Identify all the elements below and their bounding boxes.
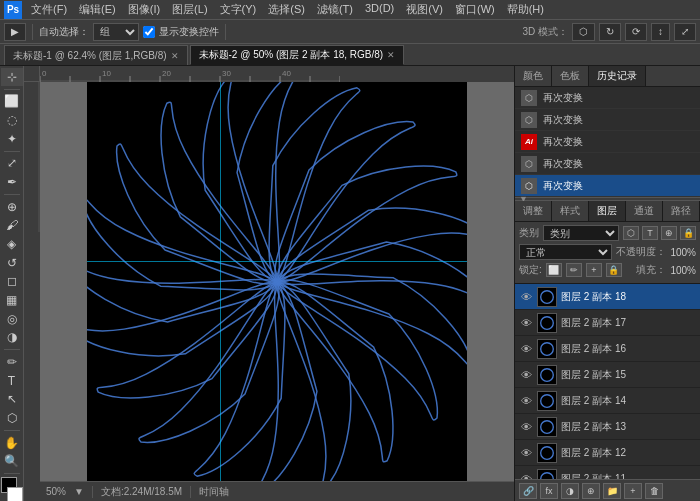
tool-zoom[interactable]: 🔍 bbox=[1, 452, 23, 470]
menu-filter[interactable]: 滤镜(T) bbox=[312, 1, 358, 18]
show-transform-checkbox[interactable] bbox=[143, 26, 155, 38]
tool-path-select[interactable]: ↖ bbox=[1, 391, 23, 409]
3d-btn4[interactable]: ↕ bbox=[651, 23, 670, 41]
layer-eye-7[interactable]: 👁 bbox=[519, 472, 533, 480]
layer-tab-adjust[interactable]: 调整 bbox=[515, 201, 552, 221]
layer-tab-style[interactable]: 样式 bbox=[552, 201, 589, 221]
tool-clone[interactable]: ◈ bbox=[1, 235, 23, 253]
svg-rect-28 bbox=[24, 82, 40, 232]
tool-dodge[interactable]: ◑ bbox=[1, 329, 23, 347]
layer-eye-6[interactable]: 👁 bbox=[519, 446, 533, 460]
tool-blur[interactable]: ◎ bbox=[1, 310, 23, 328]
tool-lasso[interactable]: ◌ bbox=[1, 111, 23, 129]
3d-btn1[interactable]: ⬡ bbox=[572, 23, 595, 41]
lock-icon-pos[interactable]: + bbox=[586, 263, 602, 277]
history-item-2[interactable]: Ai 再次变换 bbox=[515, 131, 700, 153]
tool-crop[interactable]: ⤢ bbox=[1, 154, 23, 172]
background-color[interactable] bbox=[7, 487, 23, 501]
menu-select[interactable]: 选择(S) bbox=[263, 1, 310, 18]
pb-mask[interactable]: ◑ bbox=[561, 483, 579, 499]
tool-pen[interactable]: ✏ bbox=[1, 353, 23, 371]
tool-shape[interactable]: ⬡ bbox=[1, 409, 23, 427]
kind-dropdown[interactable]: 类别 bbox=[543, 225, 619, 241]
history-item-1[interactable]: ⬡ 再次变换 bbox=[515, 109, 700, 131]
kind-icon-3[interactable]: ⊕ bbox=[661, 226, 677, 240]
lock-icon-all[interactable]: 🔒 bbox=[606, 263, 622, 277]
right-panel: 颜色 色板 历史记录 ⬡ 再次变换 ⬡ 再次变换 Ai 再次变换 ⬡ 再次变换 bbox=[514, 66, 700, 501]
menu-file[interactable]: 文件(F) bbox=[26, 1, 72, 18]
layer-eye-2[interactable]: 👁 bbox=[519, 342, 533, 356]
kind-icon-2[interactable]: T bbox=[642, 226, 658, 240]
pb-new[interactable]: + bbox=[624, 483, 642, 499]
tool-brush[interactable]: 🖌 bbox=[1, 216, 23, 234]
layer-tab-paths[interactable]: 路径 bbox=[663, 201, 700, 221]
options-btn[interactable]: ▶ bbox=[4, 23, 26, 41]
layer-item-6[interactable]: 👁 图层 2 副本 12 bbox=[515, 440, 700, 466]
layer-item-0[interactable]: 👁 图层 2 副本 18 bbox=[515, 284, 700, 310]
pb-adjustment[interactable]: ⊕ bbox=[582, 483, 600, 499]
layer-eye-1[interactable]: 👁 bbox=[519, 316, 533, 330]
kind-icon-1[interactable]: ⬡ bbox=[623, 226, 639, 240]
canvas bbox=[87, 82, 467, 481]
menu-view[interactable]: 视图(V) bbox=[401, 1, 448, 18]
tool-sep4 bbox=[4, 349, 20, 350]
layer-name-0: 图层 2 副本 18 bbox=[561, 290, 696, 304]
layer-eye-3[interactable]: 👁 bbox=[519, 368, 533, 382]
layer-item-3[interactable]: 👁 图层 2 副本 15 bbox=[515, 362, 700, 388]
pb-link[interactable]: 🔗 bbox=[519, 483, 537, 499]
pb-group[interactable]: 📁 bbox=[603, 483, 621, 499]
menu-text[interactable]: 文字(Y) bbox=[215, 1, 262, 18]
layers-list[interactable]: 👁 图层 2 副本 18 👁 图层 2 副本 17 👁 图层 2 副本 16 👁… bbox=[515, 284, 700, 479]
blend-mode-dropdown[interactable]: 正常 bbox=[519, 244, 612, 260]
tool-quick-select[interactable]: ✦ bbox=[1, 130, 23, 148]
menu-layer[interactable]: 图层(L) bbox=[167, 1, 212, 18]
panel-tab-color[interactable]: 颜色 bbox=[515, 66, 552, 86]
panel-tab-history[interactable]: 历史记录 bbox=[589, 66, 646, 86]
tab-1[interactable]: 未标题-2 @ 50% (图层 2 副本 18, RGB/8) ✕ bbox=[190, 45, 405, 65]
layer-item-4[interactable]: 👁 图层 2 副本 14 bbox=[515, 388, 700, 414]
panel-tab-swatches[interactable]: 色板 bbox=[552, 66, 589, 86]
layer-eye-5[interactable]: 👁 bbox=[519, 420, 533, 434]
tool-history-brush[interactable]: ↺ bbox=[1, 254, 23, 272]
layer-tab-layers[interactable]: 图层 bbox=[589, 201, 626, 221]
pb-delete[interactable]: 🗑 bbox=[645, 483, 663, 499]
tool-marquee[interactable]: ⬜ bbox=[1, 93, 23, 111]
layer-item-5[interactable]: 👁 图层 2 副本 13 bbox=[515, 414, 700, 440]
tab-0-close[interactable]: ✕ bbox=[171, 51, 179, 61]
pb-fx[interactable]: fx bbox=[540, 483, 558, 499]
layer-eye-0[interactable]: 👁 bbox=[519, 290, 533, 304]
history-item-0[interactable]: ⬡ 再次变换 bbox=[515, 87, 700, 109]
kind-icon-4[interactable]: 🔒 bbox=[680, 226, 696, 240]
menu-edit[interactable]: 编辑(E) bbox=[74, 1, 121, 18]
layer-item-2[interactable]: 👁 图层 2 副本 16 bbox=[515, 336, 700, 362]
menu-image[interactable]: 图像(I) bbox=[123, 1, 165, 18]
layer-item-1[interactable]: 👁 图层 2 副本 17 bbox=[515, 310, 700, 336]
zoom-dropdown-icon[interactable]: ▼ bbox=[74, 486, 84, 497]
tool-move[interactable]: ⊹ bbox=[1, 68, 23, 86]
tool-eraser[interactable]: ◻ bbox=[1, 272, 23, 290]
history-label-1: 再次变换 bbox=[543, 113, 583, 127]
menu-3d[interactable]: 3D(D) bbox=[360, 1, 399, 18]
history-item-4[interactable]: ⬡ 再次变换 bbox=[515, 175, 700, 197]
layer-eye-4[interactable]: 👁 bbox=[519, 394, 533, 408]
tab-1-close[interactable]: ✕ bbox=[387, 50, 395, 60]
tool-gradient[interactable]: ▦ bbox=[1, 291, 23, 309]
tool-text[interactable]: T bbox=[1, 372, 23, 390]
tab-0[interactable]: 未标题-1 @ 62.4% (图层 1,RGB/8) ✕ bbox=[4, 45, 188, 65]
layer-tab-channels[interactable]: 通道 bbox=[626, 201, 663, 221]
tool-hand[interactable]: ✋ bbox=[1, 434, 23, 452]
lock-icon-draw[interactable]: ✏ bbox=[566, 263, 582, 277]
3d-btn2[interactable]: ↻ bbox=[599, 23, 621, 41]
tool-eyedropper[interactable]: ✒ bbox=[1, 173, 23, 191]
lock-icon-px[interactable]: ⬜ bbox=[546, 263, 562, 277]
auto-select-dropdown[interactable]: 组 图层 bbox=[93, 23, 139, 41]
layer-item-7[interactable]: 👁 图层 2 副本 11 bbox=[515, 466, 700, 479]
3d-btn3[interactable]: ⟳ bbox=[625, 23, 647, 41]
canvas-wrapper[interactable] bbox=[40, 82, 514, 481]
tool-heal[interactable]: ⊕ bbox=[1, 198, 23, 216]
3d-btn5[interactable]: ⤢ bbox=[674, 23, 696, 41]
menu-help[interactable]: 帮助(H) bbox=[502, 1, 549, 18]
layer-thumb-1 bbox=[537, 313, 557, 333]
history-item-3[interactable]: ⬡ 再次变换 bbox=[515, 153, 700, 175]
menu-window[interactable]: 窗口(W) bbox=[450, 1, 500, 18]
